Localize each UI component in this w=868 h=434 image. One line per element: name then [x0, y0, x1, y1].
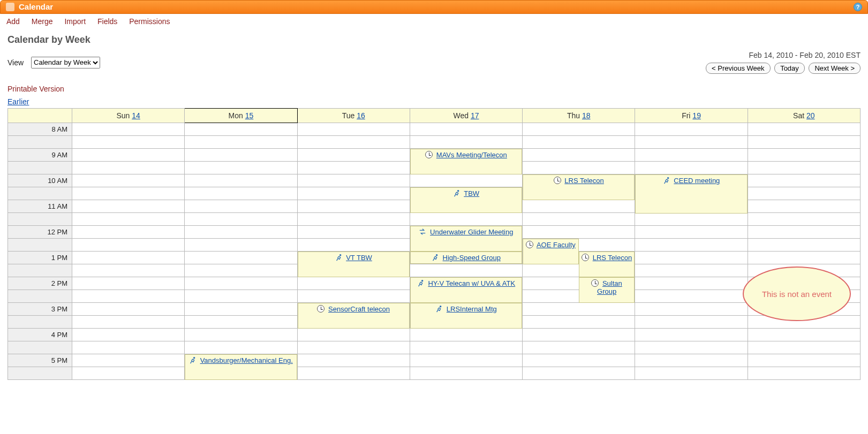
- cell[interactable]: [185, 162, 297, 174]
- cell[interactable]: [748, 290, 860, 303]
- cell[interactable]: [635, 162, 748, 174]
- cell[interactable]: [410, 123, 522, 136]
- cell[interactable]: [748, 200, 860, 213]
- header-day[interactable]: Tue 16: [297, 109, 410, 123]
- cell[interactable]: [523, 123, 635, 136]
- cell[interactable]: [523, 329, 635, 341]
- cell[interactable]: VT TBW: [297, 252, 410, 264]
- cell[interactable]: [748, 162, 860, 174]
- cell[interactable]: [635, 226, 748, 239]
- cell[interactable]: [410, 264, 522, 277]
- event[interactable]: LRS Telecon: [579, 252, 635, 277]
- cell[interactable]: [72, 354, 185, 367]
- cell[interactable]: [185, 277, 297, 290]
- header-day[interactable]: Sat 20: [748, 109, 860, 123]
- header-day[interactable]: Sun 14: [72, 109, 185, 123]
- cell[interactable]: LRS Telecon: [523, 174, 635, 187]
- menu-permissions[interactable]: Permissions: [129, 17, 170, 26]
- view-select[interactable]: Calendar by Week: [31, 57, 100, 68]
- event[interactable]: LRSInternal Mtg: [410, 303, 522, 329]
- cell[interactable]: [185, 290, 297, 303]
- event[interactable]: SensorCraft telecon: [298, 303, 410, 329]
- cell[interactable]: [185, 264, 297, 277]
- cell[interactable]: [297, 341, 410, 354]
- next-week-button[interactable]: Next Week >: [809, 63, 861, 74]
- cell[interactable]: MAVs Meeting/Telecon: [410, 149, 522, 162]
- event[interactable]: HY-V Telecan w/ UVA & ATK: [410, 277, 522, 303]
- event[interactable]: VT TBW: [298, 252, 410, 277]
- cell[interactable]: [748, 213, 860, 226]
- cell[interactable]: [635, 354, 748, 367]
- cell[interactable]: [297, 213, 410, 226]
- cell[interactable]: [635, 149, 748, 162]
- event[interactable]: AOE Faculty: [523, 239, 579, 264]
- cell[interactable]: [72, 264, 185, 277]
- cell[interactable]: [748, 187, 860, 200]
- header-day[interactable]: Thu 18: [523, 109, 635, 123]
- cell[interactable]: [297, 136, 410, 149]
- cell[interactable]: [523, 213, 635, 226]
- cell[interactable]: [635, 123, 748, 136]
- cell[interactable]: [748, 354, 860, 367]
- cell[interactable]: [185, 187, 297, 200]
- prev-week-button[interactable]: < Previous Week: [706, 63, 770, 74]
- cell[interactable]: LRSInternal Mtg: [410, 303, 522, 316]
- cell[interactable]: [72, 174, 185, 187]
- cell[interactable]: [635, 316, 748, 329]
- cell[interactable]: [297, 290, 410, 303]
- cell[interactable]: [410, 136, 522, 149]
- cell[interactable]: [635, 239, 748, 252]
- cell[interactable]: [185, 136, 297, 149]
- cell[interactable]: [410, 213, 522, 226]
- cell[interactable]: [523, 226, 635, 239]
- cell[interactable]: [635, 367, 748, 380]
- cell[interactable]: CEED meeting: [635, 174, 748, 187]
- cell[interactable]: [523, 303, 635, 316]
- cell[interactable]: [635, 277, 748, 290]
- cell[interactable]: High-Speed Group: [410, 252, 522, 264]
- cell[interactable]: [72, 239, 185, 252]
- cell[interactable]: [297, 277, 410, 290]
- cell[interactable]: [72, 162, 185, 174]
- cell[interactable]: [297, 123, 410, 136]
- cell[interactable]: [635, 252, 748, 264]
- cell[interactable]: [297, 226, 410, 239]
- cell[interactable]: [635, 341, 748, 354]
- cell[interactable]: [297, 329, 410, 341]
- cell[interactable]: [748, 136, 860, 149]
- cell[interactable]: SensorCraft telecon: [297, 303, 410, 316]
- cell[interactable]: [72, 316, 185, 329]
- cell[interactable]: Sultan Group: [523, 277, 635, 290]
- cell[interactable]: [410, 367, 522, 380]
- cell[interactable]: [185, 239, 297, 252]
- cell[interactable]: [748, 123, 860, 136]
- menu-add[interactable]: Add: [6, 17, 20, 26]
- cell[interactable]: [410, 174, 522, 187]
- cell[interactable]: [748, 367, 860, 380]
- cell[interactable]: [748, 149, 860, 162]
- cell[interactable]: [185, 252, 297, 264]
- cell[interactable]: [185, 149, 297, 162]
- cell[interactable]: Underwater Glider Meeting: [410, 226, 522, 239]
- earlier-link[interactable]: Earlier: [7, 97, 29, 106]
- cell[interactable]: [748, 264, 860, 277]
- header-day[interactable]: Fri 19: [635, 109, 748, 123]
- menu-fields[interactable]: Fields: [97, 17, 117, 26]
- cell[interactable]: [748, 226, 860, 239]
- cell[interactable]: [523, 136, 635, 149]
- cell[interactable]: [523, 367, 635, 380]
- cell[interactable]: [72, 277, 185, 290]
- cell[interactable]: [72, 252, 185, 264]
- cell[interactable]: AOE Faculty: [523, 239, 635, 252]
- cell[interactable]: [185, 316, 297, 329]
- cell[interactable]: [72, 213, 185, 226]
- cell[interactable]: [72, 367, 185, 380]
- cell[interactable]: [297, 162, 410, 174]
- cell[interactable]: [72, 226, 185, 239]
- event[interactable]: TBW: [410, 187, 522, 213]
- cell[interactable]: [72, 329, 185, 341]
- event[interactable]: LRS Telecon: [523, 174, 635, 200]
- cell[interactable]: [297, 187, 410, 200]
- cell[interactable]: [185, 200, 297, 213]
- cell[interactable]: [72, 290, 185, 303]
